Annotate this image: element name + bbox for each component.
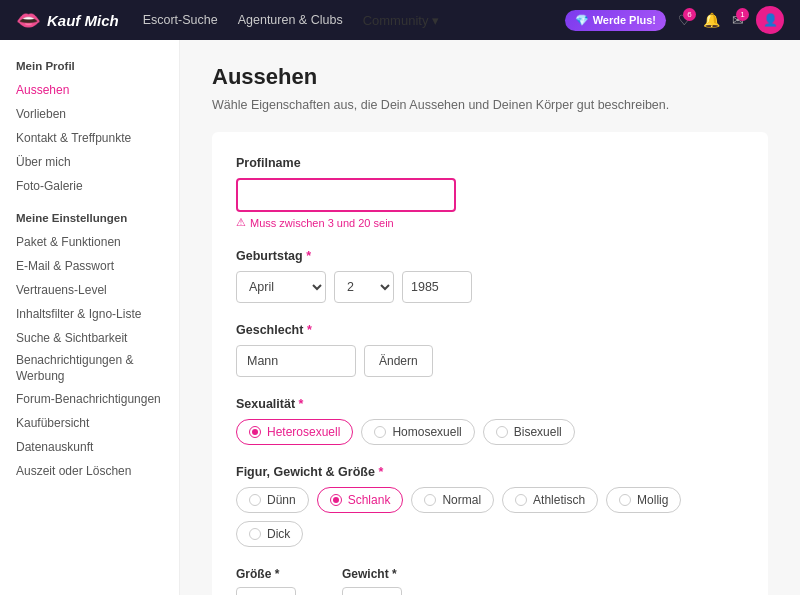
sidebar-section-profil: Mein Profil (0, 56, 179, 78)
page-layout: Mein Profil Aussehen Vorlieben Kontakt &… (0, 40, 800, 595)
figur-duenn[interactable]: Dünn (236, 487, 309, 513)
bell-icon-button[interactable]: 🔔 (703, 12, 720, 28)
gewicht-label: Gewicht * (342, 567, 421, 581)
sidebar-item-inhaltsfilter[interactable]: Inhaltsfilter & Igno-Liste (0, 302, 179, 326)
gewicht-input-row: kg (342, 587, 421, 595)
sexualitaet-heterosexuell[interactable]: Heterosexuell (236, 419, 353, 445)
groesse-input[interactable] (236, 587, 296, 595)
gem-icon: 💎 (575, 14, 589, 27)
geburtstag-label: Geburtstag * (236, 249, 744, 263)
chevron-down-icon: ▾ (432, 13, 439, 28)
logo-text: Kauf Mich (47, 12, 119, 29)
heart-badge: 6 (683, 8, 696, 21)
profilname-error-text: Muss zwischen 3 und 20 sein (250, 217, 394, 229)
heart-icon-button[interactable]: ♡ 6 (678, 12, 691, 28)
groesse-gewicht-section: Größe * cm Gewicht * (236, 567, 744, 595)
geschlecht-display: Mann (236, 345, 356, 377)
geschlecht-change-button[interactable]: Ändern (364, 345, 433, 377)
size-weight-row: Größe * cm Gewicht * (236, 567, 744, 595)
avatar[interactable]: 👤 (756, 6, 784, 34)
sidebar-item-kontakt[interactable]: Kontakt & Treffpunkte (0, 126, 179, 150)
figur-dick[interactable]: Dick (236, 521, 303, 547)
geburtstag-month-select[interactable]: JanuarFebruarMärz AprilMaiJuni JuliAugus… (236, 271, 326, 303)
sidebar-item-suche[interactable]: Suche & Sichtbarkeit (0, 326, 179, 350)
geburtstag-day-select[interactable]: 1234 5678 (334, 271, 394, 303)
geschlecht-section: Geschlecht * Mann Ändern (236, 323, 744, 377)
sexualitaet-bisexuell[interactable]: Bisexuell (483, 419, 575, 445)
sexualitaet-label: Sexualität * (236, 397, 744, 411)
geburtstag-year-input[interactable] (402, 271, 472, 303)
radio-circle (496, 426, 508, 438)
nav-escort-suche[interactable]: Escort-Suche (143, 13, 218, 27)
groesse-label: Größe * (236, 567, 318, 581)
groesse-col: Größe * cm (236, 567, 318, 595)
profilname-label: Profilname (236, 156, 744, 170)
sexualitaet-homosexuell[interactable]: Homosexuell (361, 419, 474, 445)
sidebar-item-vertrauen[interactable]: Vertrauens-Level (0, 278, 179, 302)
main-nav: Escort-Suche Agenturen & Clubs Community… (143, 13, 541, 28)
figur-options-row1: Dünn Schlank Normal Athletisch (236, 487, 744, 513)
radio-circle (424, 494, 436, 506)
sidebar: Mein Profil Aussehen Vorlieben Kontakt &… (0, 40, 180, 595)
geschlecht-row: Mann Ändern (236, 345, 744, 377)
nav-community-label: Community (363, 13, 429, 28)
radio-circle (330, 494, 342, 506)
header-right: 💎 Werde Plus! ♡ 6 🔔 ✉ 1 👤 (565, 6, 784, 34)
geburtstag-required: * (306, 249, 311, 263)
sidebar-item-paket[interactable]: Paket & Funktionen (0, 230, 179, 254)
sidebar-item-benachrichtigungen[interactable]: Benachrichtigungen & Werbung (0, 350, 179, 387)
figur-options-row2: Dick (236, 521, 744, 547)
error-icon: ⚠ (236, 216, 246, 229)
figur-schlank[interactable]: Schlank (317, 487, 404, 513)
sidebar-item-vorlieben[interactable]: Vorlieben (0, 102, 179, 126)
figur-label: Figur, Gewicht & Größe * (236, 465, 744, 479)
main-content: Aussehen Wähle Eigenschaften aus, die De… (180, 40, 800, 595)
form-card: Profilname ⚠ Muss zwischen 3 und 20 sein… (212, 132, 768, 595)
message-badge: 1 (736, 8, 749, 21)
werde-plus-label: Werde Plus! (593, 14, 656, 26)
sidebar-item-email[interactable]: E-Mail & Passwort (0, 254, 179, 278)
radio-circle (515, 494, 527, 506)
figur-section: Figur, Gewicht & Größe * Dünn Schlank No… (236, 465, 744, 547)
logo-icon: 👄 (16, 8, 41, 32)
groesse-input-row: cm (236, 587, 318, 595)
sidebar-item-auszeit[interactable]: Auszeit oder Löschen (0, 459, 179, 483)
figur-athletisch[interactable]: Athletisch (502, 487, 598, 513)
geburtstag-section: Geburtstag * JanuarFebruarMärz AprilMaiJ… (236, 249, 744, 303)
figur-mollig[interactable]: Mollig (606, 487, 681, 513)
radio-circle (619, 494, 631, 506)
gewicht-col: Gewicht * kg (342, 567, 421, 595)
sidebar-item-forum[interactable]: Forum-Benachrichtigungen (0, 387, 179, 411)
page-description: Wähle Eigenschaften aus, die Dein Ausseh… (212, 98, 768, 112)
geschlecht-label: Geschlecht * (236, 323, 744, 337)
sidebar-section-einstellungen: Meine Einstellungen (0, 208, 179, 230)
sidebar-item-kaufuebersicht[interactable]: Kaufübersicht (0, 411, 179, 435)
nav-agenturen-clubs[interactable]: Agenturen & Clubs (238, 13, 343, 27)
radio-circle (249, 528, 261, 540)
page-title: Aussehen (212, 64, 768, 90)
sexualitaet-section: Sexualität * Heterosexuell Homosexuell B… (236, 397, 744, 445)
werde-plus-button[interactable]: 💎 Werde Plus! (565, 10, 666, 31)
profilname-input[interactable] (236, 178, 456, 212)
sidebar-item-ueber-mich[interactable]: Über mich (0, 150, 179, 174)
gewicht-input[interactable] (342, 587, 402, 595)
radio-circle (374, 426, 386, 438)
sidebar-item-datenauskunft[interactable]: Datenauskunft (0, 435, 179, 459)
radio-circle (249, 426, 261, 438)
header: 👄 Kauf Mich Escort-Suche Agenturen & Clu… (0, 0, 800, 40)
profilname-error: ⚠ Muss zwischen 3 und 20 sein (236, 216, 744, 229)
message-icon-button[interactable]: ✉ 1 (732, 12, 744, 28)
logo[interactable]: 👄 Kauf Mich (16, 8, 119, 32)
sidebar-item-aussehen[interactable]: Aussehen (0, 78, 179, 102)
sexualitaet-options: Heterosexuell Homosexuell Bisexuell (236, 419, 744, 445)
figur-normal[interactable]: Normal (411, 487, 494, 513)
geburtstag-row: JanuarFebruarMärz AprilMaiJuni JuliAugus… (236, 271, 744, 303)
profilname-section: Profilname ⚠ Muss zwischen 3 und 20 sein (236, 156, 744, 229)
nav-community[interactable]: Community ▾ (363, 13, 440, 28)
sidebar-item-foto-galerie[interactable]: Foto-Galerie (0, 174, 179, 198)
radio-circle (249, 494, 261, 506)
